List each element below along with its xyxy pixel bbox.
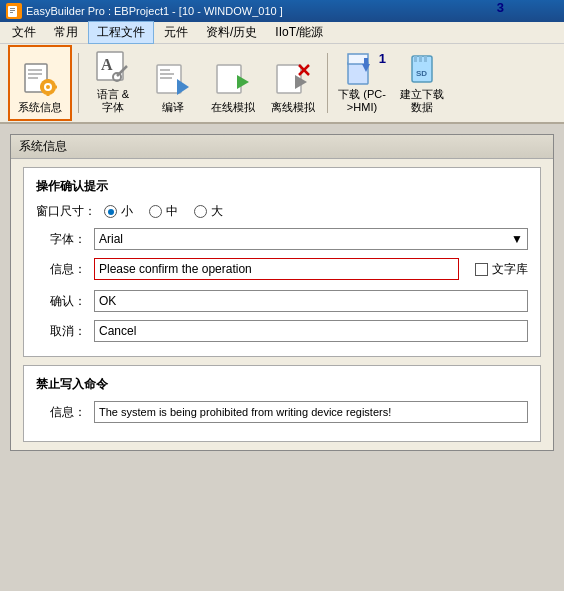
svg-marker-25 [237, 75, 249, 89]
system-info-button[interactable]: 系统信息 [12, 49, 68, 117]
radio-medium-circle [149, 205, 162, 218]
system-info-highlight: 系统信息 [8, 45, 72, 121]
svg-rect-5 [28, 69, 42, 71]
app-icon [6, 3, 22, 19]
confirm-label: 确认： [36, 293, 86, 310]
size-medium[interactable]: 中 [149, 203, 178, 220]
menu-iiot[interactable]: IIoT/能源 [267, 22, 331, 43]
menu-data[interactable]: 资料/历史 [198, 22, 265, 43]
cancel-input[interactable]: Cancel [94, 320, 528, 342]
svg-rect-33 [364, 58, 368, 66]
font-label: 字体： [36, 231, 86, 248]
download-label: 下载 (PC->HMI) [338, 88, 386, 114]
size-small-label: 小 [121, 203, 133, 220]
size-small[interactable]: 小 [104, 203, 133, 220]
system-info-label: 系统信息 [18, 101, 62, 114]
message-input[interactable]: Please confirm the operation [94, 258, 459, 280]
download-icon [342, 50, 382, 86]
section1-title: 操作确认提示 [36, 178, 528, 195]
svg-rect-2 [10, 10, 15, 11]
badge-3: 3 [497, 0, 504, 15]
menu-bar: 文件 常用 工程文件 元件 资料/历史 IIoT/能源 [0, 22, 564, 44]
message-value: Please confirm the operation [99, 262, 252, 276]
download-wrap: 下载 (PC->HMI) 1 [334, 49, 390, 117]
size-medium-label: 中 [166, 203, 178, 220]
section2-title: 禁止写入命令 [36, 376, 528, 393]
cancel-label: 取消： [36, 323, 86, 340]
textlib-label: 文字库 [492, 261, 528, 278]
confirm-row: 确认： OK [36, 290, 528, 312]
message-row: 信息： Please confirm the operation 文字库 3 [36, 258, 528, 280]
confirm-value: OK [99, 294, 116, 308]
size-large-label: 大 [211, 203, 223, 220]
window-title: EasyBuilder Pro : EBProject1 - [10 - WIN… [26, 5, 283, 17]
toolbar: 系统信息 A 语言 &字体 编译 [0, 44, 564, 124]
cancel-value: Cancel [99, 324, 136, 338]
svg-marker-23 [177, 79, 189, 95]
language-button[interactable]: A 语言 &字体 [85, 49, 141, 117]
svg-rect-21 [160, 73, 174, 75]
online-sim-label: 在线模拟 [211, 101, 255, 114]
forbidden-write-section: 禁止写入命令 信息： The system is being prohibite… [23, 365, 541, 442]
online-sim-icon [213, 59, 253, 99]
build-dl-button[interactable]: SD 建立下载数据 [394, 49, 450, 117]
toolbar-divider-2 [327, 53, 328, 113]
language-icon: A [93, 50, 133, 86]
offline-sim-button[interactable]: 离线模拟 [265, 49, 321, 117]
size-radio-group: 小 中 大 [104, 203, 223, 220]
svg-text:A: A [101, 56, 113, 73]
compile-button[interactable]: 编译 [145, 49, 201, 117]
svg-rect-20 [160, 69, 170, 71]
svg-rect-3 [10, 12, 13, 13]
svg-rect-37 [424, 56, 427, 62]
toolbar-divider-1 [78, 53, 79, 113]
dialog-panel: 系统信息 操作确认提示 窗口尺寸： 小 中 [10, 134, 554, 451]
font-row: 字体： Arial ▼ [36, 228, 528, 250]
download-badge: 1 [379, 51, 386, 66]
radio-large-circle [194, 205, 207, 218]
main-area: 系统信息 操作确认提示 窗口尺寸： 小 中 [0, 124, 564, 451]
radio-small-circle [104, 205, 117, 218]
svg-rect-14 [54, 85, 57, 88]
system-info-icon [20, 59, 60, 99]
forbidden-message-row: 信息： The system is being prohibited from … [36, 401, 528, 423]
font-value: Arial [99, 232, 123, 246]
online-sim-button[interactable]: 在线模拟 [205, 49, 261, 117]
font-dropdown[interactable]: Arial ▼ [94, 228, 528, 250]
forbidden-message-input[interactable]: The system is being prohibited from writ… [94, 401, 528, 423]
compile-icon [153, 59, 193, 99]
svg-rect-13 [40, 85, 43, 88]
dialog-title: 系统信息 [11, 135, 553, 159]
build-dl-label: 建立下载数据 [397, 88, 447, 114]
build-dl-icon: SD [402, 50, 442, 86]
svg-text:SD: SD [416, 69, 427, 78]
svg-rect-6 [28, 73, 42, 75]
svg-point-10 [46, 85, 50, 89]
compile-label: 编译 [162, 101, 184, 114]
forbidden-message-value: The system is being prohibited from writ… [99, 406, 391, 418]
offline-sim-icon [273, 59, 313, 99]
cancel-row: 取消： Cancel [36, 320, 528, 342]
textlib-row: 文字库 [475, 261, 528, 278]
svg-rect-22 [160, 77, 172, 79]
size-large[interactable]: 大 [194, 203, 223, 220]
dropdown-arrow: ▼ [511, 232, 523, 246]
svg-rect-7 [28, 77, 38, 79]
message-label: 信息： [36, 261, 86, 278]
forbidden-message-label: 信息： [36, 404, 86, 421]
svg-rect-36 [419, 56, 422, 62]
menu-component[interactable]: 元件 [156, 22, 196, 43]
menu-file[interactable]: 文件 [4, 22, 44, 43]
language-label: 语言 &字体 [97, 88, 129, 114]
svg-rect-11 [47, 79, 50, 82]
menu-project[interactable]: 工程文件 [88, 21, 154, 44]
svg-rect-0 [8, 6, 17, 17]
svg-rect-35 [414, 56, 417, 62]
textlib-checkbox[interactable] [475, 263, 488, 276]
menu-common[interactable]: 常用 [46, 22, 86, 43]
window-size-label: 窗口尺寸： [36, 203, 96, 220]
window-size-row: 窗口尺寸： 小 中 大 [36, 203, 528, 220]
svg-rect-1 [10, 8, 15, 9]
confirm-input[interactable]: OK [94, 290, 528, 312]
operation-confirm-section: 操作确认提示 窗口尺寸： 小 中 大 [23, 167, 541, 357]
